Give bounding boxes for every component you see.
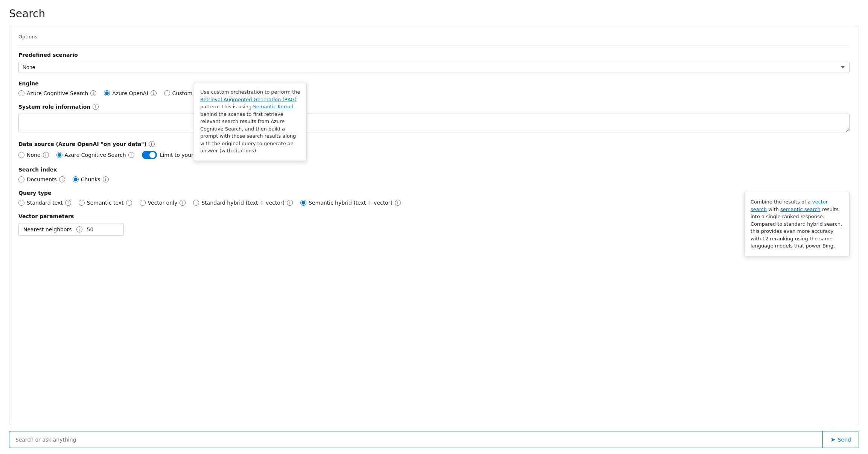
query-type-semantic-hybrid-info-icon[interactable]: i: [395, 200, 401, 206]
system-role-textarea[interactable]: [18, 114, 850, 132]
query-type-section: Query type Standard text i Semantic text…: [18, 190, 850, 206]
system-role-section: System role information i: [18, 104, 850, 134]
vector-parameters-label: Vector parameters: [18, 213, 850, 219]
engine-azure-cognitive-search[interactable]: Azure Cognitive Search i: [18, 90, 96, 96]
semantic-kernel-link[interactable]: Semantic Kernel: [253, 104, 293, 109]
page-container: Search Options Predefined scenario None …: [0, 0, 868, 454]
nearest-neighbors-info-icon[interactable]: i: [76, 226, 82, 232]
options-label: Options: [18, 34, 850, 39]
data-source-azure-cognitive-search[interactable]: Azure Cognitive Search i: [56, 152, 134, 158]
query-type-semantic-text[interactable]: Semantic text i: [79, 200, 132, 206]
engine-label: Engine: [18, 80, 850, 87]
system-role-info-icon[interactable]: i: [93, 104, 99, 110]
engine-section: Engine Azure Cognitive Search i Azure Op…: [18, 80, 850, 96]
page-title: Search: [9, 8, 859, 20]
engine-azure-openai[interactable]: Azure OpenAI i: [104, 90, 156, 96]
predefined-scenario-section: Predefined scenario None Custom: [18, 52, 850, 73]
rag-link[interactable]: Retrieval Augmented Generation (RAG): [200, 97, 297, 102]
search-index-section: Search index Documents i Chunks i: [18, 167, 850, 182]
search-index-documents-info-icon[interactable]: i: [59, 176, 65, 182]
search-index-label: Search index: [18, 167, 850, 173]
search-input[interactable]: [9, 432, 822, 447]
query-type-standard-text[interactable]: Standard text i: [18, 200, 71, 206]
query-type-semantic-hybrid[interactable]: Semantic hybrid (text + vector) i: [300, 200, 401, 206]
query-type-standard-hybrid[interactable]: Standard hybrid (text + vector) i: [193, 200, 293, 206]
send-icon: ➤: [830, 436, 835, 443]
predefined-scenario-select[interactable]: None Custom: [18, 62, 850, 73]
send-button[interactable]: ➤ Send: [822, 431, 859, 448]
engine-cognitive-search-info-icon[interactable]: i: [90, 90, 96, 96]
vector-parameters-section: Vector parameters Nearest neighbors i 50: [18, 213, 850, 236]
data-source-cognitive-search-info-icon[interactable]: i: [128, 152, 134, 158]
nearest-neighbors-value: 50: [87, 226, 94, 232]
data-source-none-info-icon[interactable]: i: [43, 152, 49, 158]
nearest-neighbors-box: Nearest neighbors i 50: [18, 223, 124, 236]
search-index-chunks-info-icon[interactable]: i: [103, 176, 109, 182]
query-type-standard-hybrid-info-icon[interactable]: i: [287, 200, 293, 206]
limit-to-your-data-toggle[interactable]: [142, 151, 157, 159]
query-type-vector-only-info-icon[interactable]: i: [180, 200, 186, 206]
search-index-radio-group: Documents i Chunks i: [18, 176, 850, 182]
data-source-label: Data source (Azure OpenAI "on your data"…: [18, 141, 850, 147]
query-type-semantic-text-info-icon[interactable]: i: [126, 200, 132, 206]
system-role-label: System role information i: [18, 104, 850, 110]
search-bar-container: ➤ Send: [9, 431, 859, 448]
data-source-radio-group: None i Azure Cognitive Search i Limit to…: [18, 151, 850, 159]
semantic-search-link[interactable]: semantic search: [780, 207, 821, 212]
divider: [18, 46, 850, 46]
search-index-documents[interactable]: Documents i: [18, 176, 65, 182]
query-type-label: Query type: [18, 190, 850, 196]
send-label: Send: [838, 437, 851, 443]
data-source-info-icon[interactable]: i: [149, 141, 155, 147]
toggle-slider: [142, 151, 157, 159]
query-type-vector-only[interactable]: Vector only i: [140, 200, 186, 206]
data-source-section: Data source (Azure OpenAI "on your data"…: [18, 141, 850, 159]
query-type-standard-info-icon[interactable]: i: [65, 200, 71, 206]
tooltip-orchestration: Use custom orchestration to perform the …: [194, 82, 307, 161]
tooltip-semantic-hybrid: Combine the results of a vector search w…: [744, 192, 850, 256]
options-panel: Options Predefined scenario None Custom …: [9, 26, 859, 425]
engine-openai-info-icon[interactable]: i: [151, 90, 157, 96]
predefined-scenario-label: Predefined scenario: [18, 52, 850, 58]
data-source-none[interactable]: None i: [18, 152, 49, 158]
search-index-chunks[interactable]: Chunks i: [73, 176, 109, 182]
engine-radio-group: Azure Cognitive Search i Azure OpenAI i …: [18, 90, 850, 96]
query-type-radio-group: Standard text i Semantic text i Vector o…: [18, 200, 850, 206]
